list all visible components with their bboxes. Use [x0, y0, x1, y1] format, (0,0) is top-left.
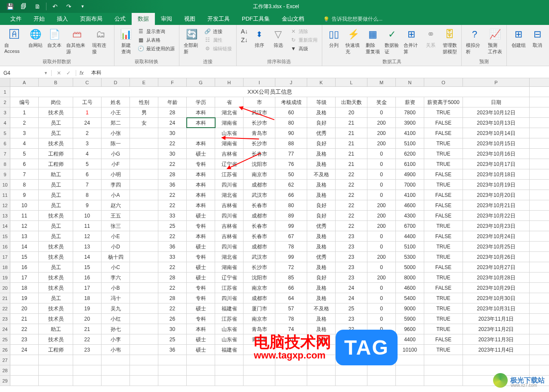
- cell[interactable]: 22: [336, 221, 367, 231]
- cell[interactable]: 2023年10月24日: [463, 231, 530, 241]
- cell[interactable]: 等级: [307, 97, 336, 107]
- cell[interactable]: 郑二: [102, 118, 130, 128]
- cell[interactable]: 专科: [187, 252, 215, 262]
- cell[interactable]: 60: [275, 107, 307, 117]
- cell[interactable]: 22: [158, 231, 187, 241]
- cell[interactable]: 专科: [187, 159, 215, 169]
- col-header-M[interactable]: M: [367, 78, 396, 86]
- cell[interactable]: TRUE: [424, 314, 463, 324]
- cell[interactable]: 良好: [307, 118, 336, 128]
- col-header-F[interactable]: F: [158, 78, 187, 86]
- cell[interactable]: 长沙市: [244, 118, 275, 128]
- cell[interactable]: [39, 365, 73, 375]
- cell[interactable]: 薪资: [396, 97, 424, 107]
- cell[interactable]: 孙七: [102, 324, 130, 334]
- cell[interactable]: 4400: [396, 334, 424, 344]
- cell[interactable]: 22: [158, 138, 187, 148]
- cell[interactable]: 及格: [307, 190, 336, 200]
- cell[interactable]: 10: [73, 211, 102, 220]
- cell[interactable]: 23: [336, 262, 367, 272]
- col-header-I[interactable]: I: [244, 78, 275, 86]
- col-header-H[interactable]: H: [215, 78, 244, 86]
- cell[interactable]: 16: [73, 273, 102, 282]
- cell[interactable]: 长春市: [244, 200, 275, 210]
- connections-button[interactable]: 🔗连接: [203, 28, 234, 35]
- cell[interactable]: 77: [275, 149, 307, 159]
- cell[interactable]: 女: [130, 118, 158, 128]
- cell[interactable]: 16: [10, 262, 39, 272]
- cell[interactable]: 17: [10, 273, 39, 282]
- from-access-button[interactable]: 🄰自 Access: [3, 27, 26, 55]
- clear-filter-button[interactable]: ✕清除: [288, 28, 319, 35]
- cell[interactable]: [130, 273, 158, 282]
- cell[interactable]: [215, 365, 244, 375]
- cell[interactable]: 8: [10, 180, 39, 190]
- row-header[interactable]: 5: [0, 128, 10, 138]
- cell[interactable]: TRUE: [424, 138, 463, 148]
- cell[interactable]: 4: [73, 149, 102, 159]
- cell[interactable]: 四川省: [215, 180, 244, 190]
- cell[interactable]: 200: [367, 118, 396, 128]
- cell[interactable]: 3: [10, 128, 39, 138]
- cell[interactable]: [130, 169, 158, 179]
- cell[interactable]: [130, 138, 158, 148]
- cell[interactable]: 24: [158, 118, 187, 128]
- cell[interactable]: 9: [73, 200, 102, 210]
- cell[interactable]: 11: [73, 221, 102, 231]
- row-header[interactable]: 15: [0, 231, 10, 241]
- cell[interactable]: 技术员: [39, 314, 73, 324]
- cell[interactable]: 200: [367, 273, 396, 282]
- cell[interactable]: TRUE: [424, 252, 463, 262]
- save-icon[interactable]: 💾: [3, 0, 16, 12]
- cell[interactable]: 8: [73, 190, 102, 200]
- cell[interactable]: 23: [336, 242, 367, 251]
- cell[interactable]: [73, 355, 102, 365]
- cell[interactable]: 30: [158, 149, 187, 159]
- cell[interactable]: 及格: [307, 159, 336, 169]
- cancel-formula-icon[interactable]: ✕: [57, 70, 61, 76]
- cell[interactable]: 67: [275, 231, 307, 241]
- cell[interactable]: TRUE: [424, 293, 463, 303]
- col-header-K[interactable]: K: [307, 78, 336, 86]
- cell[interactable]: 66: [275, 190, 307, 200]
- cell[interactable]: 21: [336, 118, 367, 128]
- print-icon[interactable]: 🗎: [31, 0, 44, 12]
- cell[interactable]: 专科: [187, 221, 215, 231]
- cell[interactable]: [130, 283, 158, 293]
- cell[interactable]: 11: [10, 211, 39, 220]
- cell[interactable]: 助工: [39, 169, 73, 179]
- cell[interactable]: 6100: [396, 159, 424, 169]
- cell[interactable]: 4600: [396, 200, 424, 210]
- cell[interactable]: 小D: [102, 242, 130, 251]
- cell[interactable]: [130, 314, 158, 324]
- cell[interactable]: 2023年10月25日: [463, 242, 530, 251]
- row-header[interactable]: 23: [0, 314, 10, 324]
- cell[interactable]: 2023年10月28日: [463, 273, 530, 282]
- cell[interactable]: 本科: [187, 231, 215, 241]
- cell[interactable]: 2023年10月26日: [463, 252, 530, 262]
- row-header[interactable]: 25: [0, 334, 10, 344]
- cell[interactable]: [73, 365, 102, 375]
- tab-review[interactable]: 审阅: [155, 13, 178, 25]
- cell[interactable]: 及格: [307, 242, 336, 251]
- cell[interactable]: 18: [10, 283, 39, 293]
- cell[interactable]: 小韦: [102, 345, 130, 355]
- cell[interactable]: 7000: [396, 180, 424, 190]
- cell[interactable]: 奖金: [367, 97, 396, 107]
- row-header[interactable]: 27: [0, 355, 10, 365]
- cell[interactable]: 2023年10月20日: [463, 190, 530, 200]
- cell[interactable]: 小G: [102, 149, 130, 159]
- cell[interactable]: 技术员: [39, 138, 73, 148]
- cell[interactable]: 13: [10, 231, 39, 241]
- row-header[interactable]: 29: [0, 376, 10, 386]
- tab-file[interactable]: 文件: [4, 13, 28, 25]
- cell[interactable]: 工程师: [39, 149, 73, 159]
- col-header-G[interactable]: G: [187, 78, 215, 86]
- cell[interactable]: 小E: [102, 231, 130, 241]
- col-header-C[interactable]: C: [73, 78, 102, 86]
- cell[interactable]: 28: [158, 107, 187, 117]
- cell[interactable]: 5: [73, 159, 102, 169]
- cell[interactable]: 4300: [396, 211, 424, 220]
- cell[interactable]: 2: [10, 118, 39, 128]
- cell[interactable]: [244, 365, 275, 375]
